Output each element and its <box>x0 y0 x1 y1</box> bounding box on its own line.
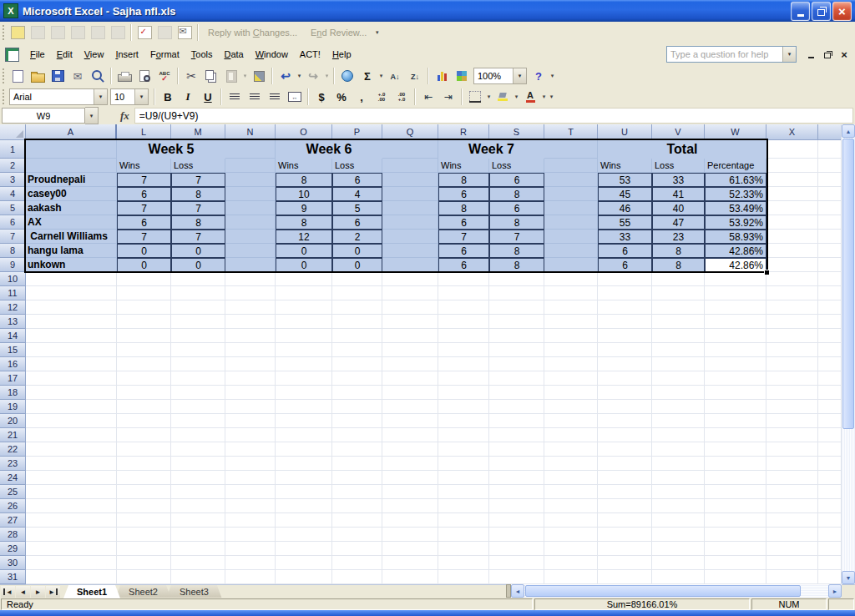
cell-L23[interactable] <box>117 457 171 471</box>
cell-V31[interactable] <box>652 570 705 584</box>
cell-V6[interactable]: 47 <box>652 215 705 230</box>
help-search-box[interactable]: Type a question for help <box>666 46 797 63</box>
cell-M3[interactable]: 7 <box>171 173 225 187</box>
cell-U10[interactable] <box>598 272 652 286</box>
cell-A27[interactable] <box>26 513 117 528</box>
insert-function-icon[interactable]: fx <box>120 109 129 123</box>
insert-hyperlink-button[interactable] <box>337 67 357 85</box>
cell-N2[interactable] <box>225 159 276 173</box>
cell-O16[interactable] <box>276 357 332 371</box>
cell-Q16[interactable] <box>382 357 438 371</box>
cell-V16[interactable] <box>652 357 705 371</box>
toolbar-grip[interactable] <box>2 88 5 105</box>
cell-L10[interactable] <box>117 272 171 286</box>
cell-N11[interactable] <box>225 286 276 300</box>
cell-S13[interactable] <box>489 315 544 329</box>
cell-N12[interactable] <box>225 300 276 315</box>
menu-help[interactable]: Help <box>326 46 357 63</box>
cell-U28[interactable] <box>598 528 652 542</box>
cell-A16[interactable] <box>26 357 117 371</box>
cell-L15[interactable] <box>117 343 171 357</box>
menu-file[interactable]: File <box>24 46 51 63</box>
cell-V12[interactable] <box>652 300 705 315</box>
cell-M27[interactable] <box>171 513 225 528</box>
row-header-3[interactable]: 3 <box>0 173 26 187</box>
cell-O25[interactable] <box>276 485 332 499</box>
column-header-S[interactable]: S <box>489 124 544 140</box>
cell-Q9[interactable] <box>382 258 438 272</box>
fill-handle[interactable] <box>764 270 769 275</box>
copy-button[interactable] <box>201 67 221 85</box>
cell-R15[interactable] <box>438 343 489 357</box>
chevron-down-icon[interactable] <box>782 47 796 62</box>
cell-L11[interactable] <box>117 286 171 300</box>
cell-P20[interactable] <box>332 414 382 428</box>
cell-y26[interactable] <box>818 499 842 513</box>
cell-V9[interactable]: 8 <box>652 258 705 272</box>
cell-N19[interactable] <box>225 400 276 414</box>
cell-U8[interactable]: 6 <box>598 244 652 258</box>
cell-U2[interactable]: Wins <box>598 159 652 173</box>
row-header-7[interactable]: 7 <box>0 230 26 244</box>
cell-N31[interactable] <box>225 570 276 584</box>
cell-A18[interactable] <box>26 386 117 400</box>
redo-button[interactable] <box>303 67 323 85</box>
cell-X19[interactable] <box>766 400 818 414</box>
toolbar-options-icon[interactable] <box>548 88 555 105</box>
cell-A31[interactable] <box>26 570 117 584</box>
cell-A3[interactable]: Proudnepali <box>26 173 117 187</box>
cell-Q24[interactable] <box>382 471 438 485</box>
cell-Q26[interactable] <box>382 499 438 513</box>
decrease-decimal-button[interactable] <box>392 88 412 106</box>
cell-X1[interactable] <box>766 140 818 159</box>
cell-N18[interactable] <box>225 386 276 400</box>
cell-A30[interactable] <box>26 556 117 570</box>
cell-S19[interactable] <box>489 400 544 414</box>
cell-O28[interactable] <box>276 528 332 542</box>
cell-V29[interactable] <box>652 542 705 556</box>
cell-y29[interactable] <box>818 542 842 556</box>
column-header-T[interactable]: T <box>544 124 598 140</box>
cell-Q8[interactable] <box>382 244 438 258</box>
cell-A9[interactable]: unkown <box>26 258 117 272</box>
cell-y20[interactable] <box>818 414 842 428</box>
open-button[interactable] <box>28 67 48 85</box>
cell-Q20[interactable] <box>382 414 438 428</box>
cell-V7[interactable]: 23 <box>652 230 705 244</box>
cell-N16[interactable] <box>225 357 276 371</box>
cell-N25[interactable] <box>225 485 276 499</box>
next-sheet-button[interactable] <box>31 586 45 598</box>
cell-S7[interactable]: 7 <box>489 230 544 244</box>
row-header-13[interactable]: 13 <box>0 315 26 329</box>
cell-A23[interactable] <box>26 457 117 471</box>
cell-O24[interactable] <box>276 471 332 485</box>
cell-S14[interactable] <box>489 329 544 343</box>
cell-W29[interactable] <box>705 542 766 556</box>
comma-style-button[interactable]: , <box>352 88 372 106</box>
cell-X24[interactable] <box>766 471 818 485</box>
cell-U12[interactable] <box>598 300 652 315</box>
fill-color-button[interactable] <box>493 88 513 106</box>
cell-y22[interactable] <box>818 442 842 457</box>
cell-T13[interactable] <box>544 315 598 329</box>
menu-format[interactable]: Format <box>144 46 185 63</box>
cell-Q15[interactable] <box>382 343 438 357</box>
cell-S12[interactable] <box>489 300 544 315</box>
tab-sheet1[interactable]: Sheet1 <box>63 585 120 598</box>
cell-Q10[interactable] <box>382 272 438 286</box>
cell-S3[interactable]: 6 <box>489 173 544 187</box>
row-header-17[interactable]: 17 <box>0 371 26 386</box>
cell-L29[interactable] <box>117 542 171 556</box>
row-header-18[interactable]: 18 <box>0 386 26 400</box>
cell-O27[interactable] <box>276 513 332 528</box>
cell-V10[interactable] <box>652 272 705 286</box>
cell-A22[interactable] <box>26 442 117 457</box>
redo-options-icon[interactable] <box>323 68 331 84</box>
column-header-N[interactable]: N <box>225 124 276 140</box>
update-file-button[interactable] <box>154 23 175 42</box>
cell-T21[interactable] <box>544 428 598 442</box>
cell-O12[interactable] <box>276 300 332 315</box>
spreadsheet-grid[interactable]: ALMNOPQRSTUVWX12WinsLossWinsLossWinsLoss… <box>0 124 842 584</box>
row-header-10[interactable]: 10 <box>0 272 26 286</box>
cell-A8[interactable]: hangu lama <box>26 244 117 258</box>
